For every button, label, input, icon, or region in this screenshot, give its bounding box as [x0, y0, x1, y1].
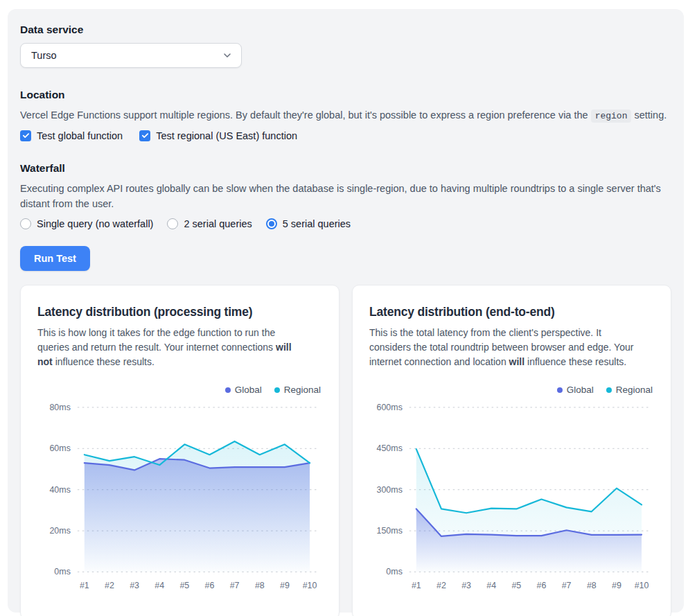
checkbox-global-function[interactable]: Test global function	[20, 130, 123, 141]
legend-item-regional[interactable]: Regional	[274, 385, 321, 395]
radio-label: 2 serial queries	[184, 218, 252, 229]
radio-single-query[interactable]: Single query (no waterfall)	[20, 218, 153, 229]
radio-unselected-icon[interactable]	[20, 218, 31, 229]
svg-text:0ms: 0ms	[386, 567, 403, 577]
chart-legend: Global Regional	[37, 385, 321, 395]
svg-text:#4: #4	[486, 581, 496, 591]
checkbox-label: Test regional (US East) function	[156, 130, 297, 141]
radio-5-serial-queries[interactable]: 5 serial queries	[266, 218, 351, 229]
svg-text:#10: #10	[635, 581, 649, 591]
legend-label: Regional	[284, 385, 321, 395]
card-title: Latency distribution (end-to-end)	[369, 305, 654, 319]
svg-text:#8: #8	[255, 581, 265, 591]
waterfall-radio-row: Single query (no waterfall) 2 serial que…	[20, 218, 671, 229]
card-title: Latency distribution (processing time)	[37, 305, 322, 319]
svg-text:#1: #1	[412, 581, 421, 591]
svg-text:20ms: 20ms	[49, 526, 70, 536]
card-description: This is how long it takes for the edge f…	[37, 326, 309, 369]
regional-legend-dot-icon	[606, 387, 612, 393]
radio-label: Single query (no waterfall)	[37, 218, 153, 229]
legend-label: Regional	[616, 385, 653, 395]
region-code-chip: region	[591, 109, 632, 123]
radio-label: 5 serial queries	[283, 218, 351, 229]
radio-2-serial-queries[interactable]: 2 serial queries	[167, 218, 252, 229]
legend-label: Global	[235, 385, 262, 395]
chart-cards: Latency distribution (processing time) T…	[20, 285, 671, 616]
radio-selected-icon[interactable]	[266, 218, 277, 229]
svg-text:40ms: 40ms	[49, 485, 70, 495]
svg-text:#4: #4	[155, 581, 164, 591]
regional-legend-dot-icon	[274, 387, 280, 393]
svg-text:300ms: 300ms	[376, 485, 402, 495]
location-checkbox-row: Test global function Test regional (US E…	[20, 130, 671, 141]
location-description-text: Vercel Edge Functions support multiple r…	[20, 109, 591, 121]
card-description-bold: will	[509, 356, 525, 367]
checkbox-checked-icon[interactable]	[20, 130, 31, 141]
svg-text:#2: #2	[436, 581, 446, 591]
data-service-selected-value: Turso	[31, 50, 57, 61]
svg-text:600ms: 600ms	[376, 403, 402, 412]
svg-text:#1: #1	[80, 581, 89, 591]
svg-text:#6: #6	[205, 581, 215, 591]
svg-text:#3: #3	[130, 581, 139, 591]
svg-text:80ms: 80ms	[49, 403, 70, 412]
svg-text:450ms: 450ms	[376, 444, 402, 454]
card-description: This is the total latency from the clien…	[369, 326, 641, 369]
svg-text:#8: #8	[587, 581, 597, 591]
card-description-text: This is how long it takes for the edge f…	[37, 327, 276, 353]
svg-text:#9: #9	[280, 581, 290, 591]
checkbox-label: Test global function	[37, 130, 123, 141]
location-description: Vercel Edge Functions support multiple r…	[20, 108, 671, 123]
svg-text:#5: #5	[511, 581, 521, 591]
svg-text:#3: #3	[461, 581, 471, 591]
run-test-button[interactable]: Run Test	[20, 246, 90, 271]
location-description-tail: setting.	[631, 109, 667, 121]
checkbox-checked-icon[interactable]	[139, 130, 150, 141]
svg-text:#9: #9	[612, 581, 621, 591]
card-description-tail: influence these results.	[524, 356, 626, 367]
svg-text:150ms: 150ms	[376, 526, 402, 536]
latency-end-to-end-chart: 0ms150ms300ms450ms600ms#1#2#3#4#5#6#7#8#…	[369, 398, 654, 605]
legend-item-regional[interactable]: Regional	[606, 385, 653, 395]
svg-text:0ms: 0ms	[54, 567, 71, 577]
main-panel: Data service Turso Location Vercel Edge …	[8, 9, 684, 613]
waterfall-heading: Waterfall	[20, 162, 671, 175]
end-to-end-card: Latency distribution (end-to-end) This i…	[352, 285, 671, 616]
legend-item-global[interactable]: Global	[557, 385, 594, 395]
svg-text:#7: #7	[562, 581, 572, 591]
legend-item-global[interactable]: Global	[225, 385, 262, 395]
chart-legend: Global Regional	[369, 385, 653, 395]
latency-processing-chart: 0ms20ms40ms60ms80ms#1#2#3#4#5#6#7#8#9#10	[37, 398, 322, 605]
location-heading: Location	[20, 89, 671, 101]
radio-unselected-icon[interactable]	[167, 218, 178, 229]
global-legend-dot-icon	[557, 387, 563, 393]
card-description-tail: influence these results.	[53, 356, 155, 367]
svg-text:60ms: 60ms	[49, 444, 70, 454]
legend-label: Global	[567, 385, 594, 395]
waterfall-description: Executing complex API routes globally ca…	[20, 182, 671, 212]
processing-time-card: Latency distribution (processing time) T…	[20, 285, 339, 616]
chevron-down-icon	[222, 50, 233, 61]
svg-text:#5: #5	[179, 581, 189, 591]
svg-text:#7: #7	[230, 581, 240, 591]
svg-text:#2: #2	[105, 581, 114, 591]
data-service-select[interactable]: Turso	[20, 43, 242, 68]
svg-text:#6: #6	[537, 581, 547, 591]
data-service-heading: Data service	[20, 24, 671, 36]
global-legend-dot-icon	[225, 387, 231, 393]
svg-text:#10: #10	[303, 581, 317, 591]
checkbox-regional-function[interactable]: Test regional (US East) function	[139, 130, 297, 141]
